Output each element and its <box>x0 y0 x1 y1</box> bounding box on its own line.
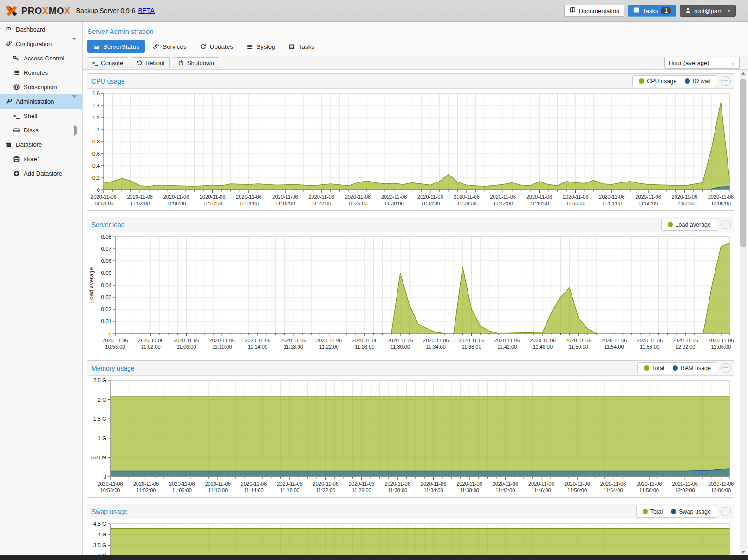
svg-text:11:34:00: 11:34:00 <box>421 201 440 206</box>
scroll-down-button[interactable] <box>740 548 747 555</box>
documentation-button[interactable]: Documentation <box>564 5 624 17</box>
svg-text:11:10:00: 11:10:00 <box>203 201 222 206</box>
book-icon <box>569 7 576 15</box>
svg-text:2020-11-06: 2020-11-06 <box>277 481 302 487</box>
vertical-scrollbar[interactable] <box>740 70 747 555</box>
scroll-up-button[interactable] <box>740 70 747 77</box>
tab-syslog[interactable]: Syslog <box>241 40 281 53</box>
page-title: Server Administration <box>83 22 748 35</box>
sidebar-item-disks[interactable]: Disks <box>0 123 82 137</box>
collapse-panel-icon[interactable] <box>721 220 731 229</box>
swap-usage-chart: 0500 M1 G1.5 G2 G2.5 G3 G3.5 G4 G4.5 G20… <box>87 519 734 555</box>
svg-text:0.08: 0.08 <box>101 234 111 240</box>
terminal-icon: >_ <box>92 60 98 66</box>
svg-text:2020-11-06: 2020-11-06 <box>138 338 163 343</box>
legend-item-io-wait[interactable]: IO wait <box>681 78 715 85</box>
legend-item-swap-usage[interactable]: Swap usage <box>667 508 715 515</box>
svg-text:2020-11-06: 2020-11-06 <box>564 481 590 487</box>
legend-item-cpu-usage[interactable]: CPU usage <box>635 78 681 85</box>
server-load-chart: 00.010.020.030.040.050.060.070.08Load av… <box>87 232 734 354</box>
svg-text:11:14:00: 11:14:00 <box>248 344 267 350</box>
tab-services[interactable]: Services <box>147 40 192 53</box>
swap-usage-panel-title: Swap usage <box>91 508 127 515</box>
list-icon <box>246 43 253 50</box>
scrollbar-thumb[interactable] <box>740 79 746 247</box>
swap-usage-panel-header: Swap usageTotalSwap usage <box>87 504 734 519</box>
svg-text:11:42:00: 11:42:00 <box>497 344 517 350</box>
legend-dot-icon <box>643 509 648 514</box>
sidebar-item-configuration[interactable]: Configuration <box>0 37 82 51</box>
user-menu-button[interactable]: root@pam <box>680 5 736 17</box>
sidebar-item-administration[interactable]: Administration <box>0 94 82 109</box>
console-button[interactable]: >_ Console <box>87 57 128 68</box>
reboot-button[interactable]: Reboot <box>131 57 170 68</box>
svg-text:11:02:00: 11:02:00 <box>130 201 150 206</box>
tab-label: Updates <box>210 43 233 50</box>
sidebar-item-label: Remotes <box>24 69 48 76</box>
tab-updates[interactable]: Updates <box>194 40 239 53</box>
svg-text:2020-11-06: 2020-11-06 <box>280 338 306 343</box>
svg-text:11:30:00: 11:30:00 <box>388 488 407 493</box>
tab-serverstatus[interactable]: ServerStatus <box>87 40 145 53</box>
collapse-panel-icon[interactable] <box>721 363 731 373</box>
svg-text:2020-11-06: 2020-11-06 <box>672 338 698 343</box>
gears-icon <box>152 43 159 50</box>
svg-text:2020-11-06: 2020-11-06 <box>209 338 235 343</box>
svg-text:2020-11-06: 2020-11-06 <box>200 194 225 200</box>
legend-item-ram-usage[interactable]: RAM usage <box>669 365 715 371</box>
legend-dot-icon <box>639 78 644 84</box>
svg-text:2020-11-06: 2020-11-06 <box>272 194 298 200</box>
svg-text:11:22:00: 11:22:00 <box>316 488 335 493</box>
svg-text:0.4: 0.4 <box>92 163 100 169</box>
sidebar-item-label: Dashboard <box>16 26 46 33</box>
proxmox-logo: PROXMOX <box>5 4 71 18</box>
svg-text:11:54:00: 11:54:00 <box>605 344 624 350</box>
svg-text:2020-11-06: 2020-11-06 <box>672 481 698 487</box>
sidebar-item-datastore[interactable]: Datastore <box>0 137 82 152</box>
collapse-panel-icon[interactable] <box>721 507 731 516</box>
legend-item-total[interactable]: Total <box>638 508 667 515</box>
legend-dot-icon <box>673 365 678 371</box>
svg-text:11:18:00: 11:18:00 <box>284 344 303 350</box>
sidebar-item-label: Datastore <box>16 141 42 148</box>
svg-text:2020-11-06: 2020-11-06 <box>313 481 338 487</box>
power-icon <box>178 59 184 66</box>
tasks-button[interactable]: Tasks 1 <box>628 5 676 17</box>
svg-text:2020-11-06: 2020-11-06 <box>387 338 413 343</box>
svg-text:2020-11-06: 2020-11-06 <box>527 194 552 200</box>
svg-text:4.5 G: 4.5 G <box>93 521 106 527</box>
sidebar-item-subscription[interactable]: Subscription <box>0 80 82 94</box>
svg-text:2020-11-06: 2020-11-06 <box>563 194 588 200</box>
svg-text:11:50:00: 11:50:00 <box>569 344 588 350</box>
svg-text:1.4: 1.4 <box>92 103 100 108</box>
product-version: Backup Server 0.9-6 <box>76 7 136 14</box>
sidebar-item-access-control[interactable]: Access Control <box>0 51 82 65</box>
sidebar-item-add-datastore[interactable]: Add Datastore <box>0 166 82 181</box>
shutdown-button[interactable]: Shutdown <box>173 57 219 68</box>
svg-text:2020-11-06: 2020-11-06 <box>133 481 159 487</box>
svg-text:11:42:00: 11:42:00 <box>493 201 513 206</box>
legend-item-load-average[interactable]: Load average <box>663 221 715 228</box>
sidebar-item-dashboard[interactable]: Dashboard <box>0 22 82 37</box>
sidebar-nav: DashboardConfigurationAccess ControlRemo… <box>0 22 83 555</box>
collapse-panel-icon[interactable] <box>721 76 731 86</box>
sidebar-item-shell[interactable]: >_Shell <box>0 109 82 123</box>
svg-text:11:38:00: 11:38:00 <box>457 201 476 206</box>
svg-text:0.01: 0.01 <box>101 319 111 324</box>
legend-dot-icon <box>668 222 673 227</box>
sidebar-item-store1[interactable]: store1 <box>0 152 82 166</box>
svg-text:11:30:00: 11:30:00 <box>390 344 410 350</box>
sidebar-item-remotes[interactable]: Remotes <box>0 65 82 80</box>
svg-text:2020-11-06: 2020-11-06 <box>421 481 446 487</box>
chevron-down-icon: ⌄ <box>731 59 735 66</box>
svg-text:2020-11-06: 2020-11-06 <box>205 481 230 487</box>
action-toolbar: >_ Console Reboot Shutdown Hour (average… <box>83 56 748 70</box>
legend-item-total[interactable]: Total <box>640 365 668 371</box>
svg-text:2020-11-06: 2020-11-06 <box>601 338 627 343</box>
timeframe-select[interactable]: Hour (average) ⌄ <box>664 57 740 69</box>
server-load-panel: Server loadLoad average00.010.020.030.04… <box>87 217 734 354</box>
svg-text:11:06:00: 11:06:00 <box>172 488 192 493</box>
svg-text:2020-11-06: 2020-11-06 <box>316 338 342 343</box>
beta-link[interactable]: BETA <box>138 7 155 14</box>
tab-tasks[interactable]: Tasks <box>283 40 320 53</box>
